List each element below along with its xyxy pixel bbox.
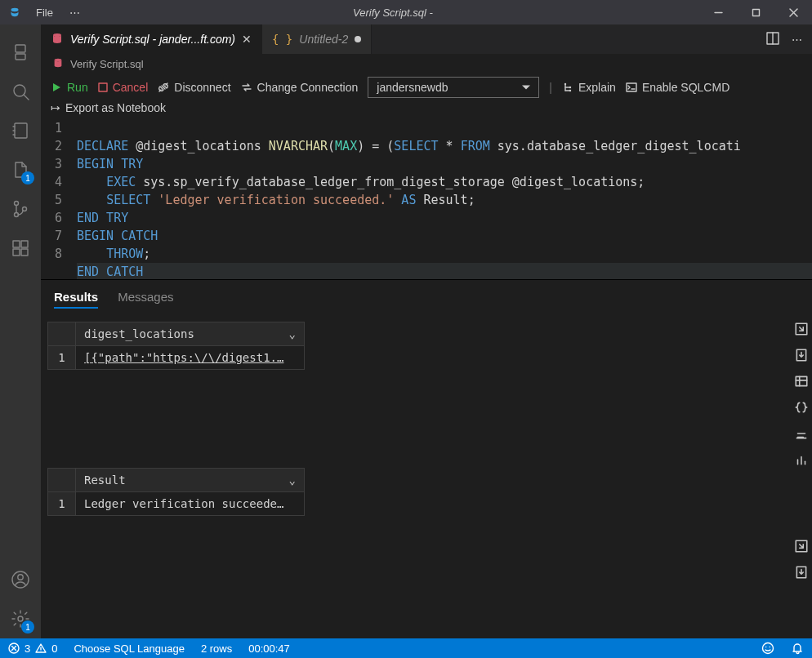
svg-rect-17 [13, 249, 20, 256]
visualize-icon[interactable] [794, 426, 809, 441]
chart-icon[interactable] [794, 452, 809, 467]
cell-value[interactable]: Ledger verification succeede… [76, 492, 305, 516]
save-csv-icon[interactable] [794, 348, 809, 362]
svg-point-13 [15, 202, 19, 206]
table-row[interactable]: 1 Ledger verification succeede… [48, 492, 305, 516]
close-window-button[interactable] [774, 0, 812, 24]
status-errors[interactable]: 3 0 [0, 642, 65, 655]
chevron-down-icon[interactable]: ⌄ [289, 327, 296, 340]
explain-label: Explain [578, 81, 616, 94]
column-header[interactable]: digest_locations⌄ [76, 322, 305, 346]
explain-button[interactable]: Explain [562, 81, 616, 94]
results-grid-1[interactable]: digest_locations⌄ 1 [{"path":"https:\/\/… [47, 322, 305, 370]
menu-file[interactable]: File [29, 3, 60, 22]
maximize-panel-icon[interactable] [794, 539, 809, 554]
cancel-button[interactable]: Cancel [98, 81, 149, 94]
row-number: 1 [48, 346, 76, 370]
svg-rect-5 [16, 45, 25, 52]
status-bar: 3 0 Choose SQL Language 2 rows 00:00:47 [0, 638, 812, 658]
maximize-panel-icon[interactable] [794, 322, 809, 336]
status-language[interactable]: Choose SQL Language [65, 642, 192, 655]
save-csv-icon[interactable] [794, 565, 809, 580]
save-json-icon[interactable] [794, 400, 809, 415]
svg-rect-35 [627, 83, 636, 91]
maximize-button[interactable] [737, 0, 774, 24]
title-bar: File ⋯ Verify Script.sql - [0, 0, 812, 24]
code-content[interactable]: DECLARE @digest_locations NVARCHAR(MAX) … [77, 119, 812, 279]
db-icon [51, 32, 64, 47]
svg-point-0 [11, 8, 19, 12]
breadcrumb: Verify Script.sql [41, 54, 812, 73]
account-icon[interactable] [0, 560, 41, 599]
db-icon [52, 57, 64, 71]
dirty-dot-icon [355, 36, 361, 42]
export-icon: ↦ [51, 101, 60, 114]
change-connection-label: Change Connection [257, 81, 359, 94]
results-grid-2[interactable]: Result⌄ 1 Ledger verification succeede… [47, 468, 305, 516]
svg-rect-19 [21, 241, 28, 247]
run-label: Run [67, 81, 88, 94]
tab-results[interactable]: Results [54, 287, 98, 309]
app-icon [0, 5, 29, 20]
source-control-icon[interactable] [0, 189, 41, 229]
svg-point-51 [763, 643, 774, 654]
row-number: 1 [48, 492, 76, 516]
rownum-header [48, 322, 76, 346]
svg-point-22 [18, 616, 23, 621]
explorer-icon[interactable]: 1 [0, 150, 41, 189]
code-editor[interactable]: 1 2 3 4 5 6 7 8 DECLARE @digest_location… [41, 119, 812, 279]
tab-label: Untitled-2 [299, 33, 348, 46]
sqlcmd-label: Enable SQLCMD [642, 81, 729, 94]
rownum-header [48, 469, 76, 492]
braces-icon: { } [272, 33, 292, 46]
tab-verify-script[interactable]: Verify Script.sql - jander...ft.com) ✕ [41, 24, 262, 54]
results-side-tools [794, 322, 809, 580]
settings-icon[interactable]: 1 [0, 599, 41, 638]
sql-toolbar: Run Cancel Disconnect Change Connection … [41, 73, 812, 101]
cancel-label: Cancel [113, 81, 149, 94]
status-rows: 2 rows [193, 642, 240, 655]
svg-rect-38 [796, 376, 807, 385]
table-row[interactable]: 1 [{"path":"https:\/\/digest1.… [48, 346, 305, 370]
close-icon[interactable]: ✕ [242, 33, 252, 46]
connections-icon[interactable] [0, 33, 41, 72]
notebook-icon[interactable] [0, 111, 41, 150]
svg-point-23 [53, 33, 61, 37]
save-excel-icon[interactable] [794, 374, 809, 389]
editor-tab-row: Verify Script.sql - jander...ft.com) ✕ {… [41, 24, 812, 54]
database-select-value: jandersnewdb [377, 81, 448, 94]
extensions-icon[interactable] [0, 229, 41, 268]
svg-point-34 [569, 90, 571, 91]
feedback-icon[interactable] [753, 642, 783, 655]
svg-marker-27 [53, 83, 60, 91]
split-editor-icon[interactable] [765, 31, 780, 48]
database-select[interactable]: jandersnewdb [368, 77, 539, 98]
svg-rect-16 [13, 241, 20, 247]
export-label: Export as Notebook [65, 101, 166, 114]
run-button[interactable]: Run [51, 81, 88, 94]
svg-rect-18 [21, 249, 28, 256]
more-icon[interactable]: ⋯ [792, 33, 802, 46]
minimize-button[interactable] [699, 0, 737, 24]
svg-rect-28 [99, 83, 107, 91]
chevron-down-icon[interactable]: ⌄ [289, 473, 296, 487]
tab-untitled-2[interactable]: { } Untitled-2 [262, 24, 372, 54]
svg-point-26 [55, 58, 62, 61]
column-header[interactable]: Result⌄ [76, 469, 305, 492]
disconnect-label: Disconnect [174, 81, 230, 94]
enable-sqlcmd-button[interactable]: Enable SQLCMD [626, 81, 729, 94]
change-connection-button[interactable]: Change Connection [241, 81, 359, 94]
disconnect-button[interactable]: Disconnect [158, 81, 230, 94]
export-notebook-button[interactable]: ↦ Export as Notebook [51, 101, 166, 114]
search-icon[interactable] [0, 72, 41, 111]
window-title: Verify Script.sql - [87, 7, 699, 19]
explorer-badge: 1 [21, 171, 34, 185]
breadcrumb-file[interactable]: Verify Script.sql [70, 58, 144, 70]
svg-line-8 [24, 95, 29, 100]
menu-more[interactable]: ⋯ [63, 3, 87, 22]
notifications-icon[interactable] [783, 642, 812, 655]
svg-point-50 [41, 651, 42, 652]
results-panel: Results Messages digest_locations⌄ 1 [{"… [41, 279, 812, 638]
tab-messages[interactable]: Messages [118, 287, 173, 309]
cell-value[interactable]: [{"path":"https:\/\/digest1.… [76, 346, 305, 370]
